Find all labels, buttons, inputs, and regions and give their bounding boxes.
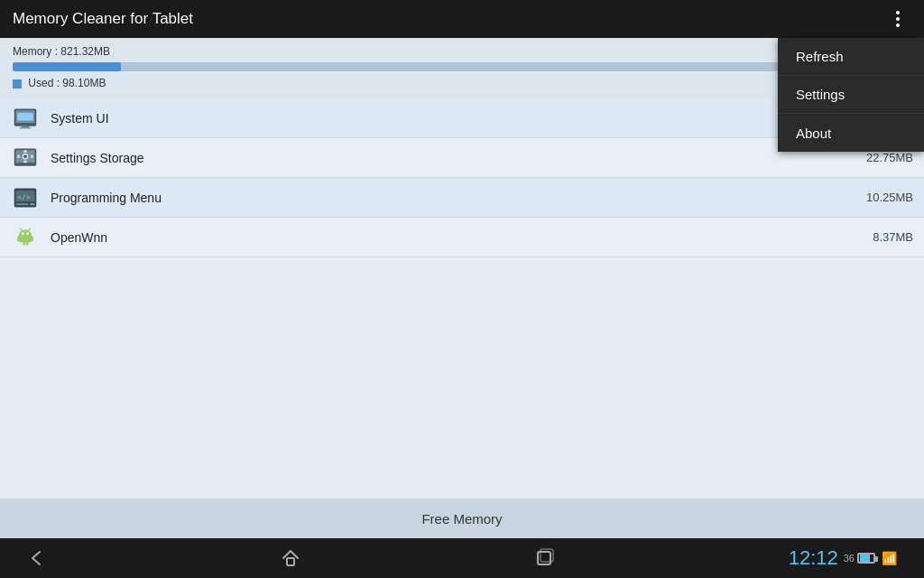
svg-rect-24 [23,241,25,245]
svg-rect-23 [31,236,33,241]
memory-used-label: Used : 98.10MB [28,77,106,89]
app-size-programming-menu: 10.25MB [866,191,913,204]
svg-rect-16 [16,203,29,205]
svg-rect-12 [31,154,33,158]
svg-rect-29 [538,552,550,564]
dot3 [896,23,900,27]
svg-rect-22 [17,236,20,241]
app-title: Memory Cleaner for Tablet [13,10,193,28]
svg-rect-19 [19,236,32,242]
home-button[interactable] [281,548,300,568]
wifi-icon: 📶 [882,551,897,565]
svg-point-20 [22,232,24,235]
top-bar: Memory Cleaner for Tablet [0,0,924,38]
free-memory-button[interactable]: Free Memory [0,499,924,538]
svg-line-27 [29,228,31,230]
clock-area: 12:12 36 📶 [789,546,897,570]
app-size-openwnn: 8.37MB [873,230,913,244]
overflow-menu-button[interactable] [884,5,911,33]
dot1 [896,11,900,14]
app-icon-system-ui [11,104,40,133]
dropdown-menu: Refresh Settings About [778,38,924,152]
svg-rect-25 [26,241,29,245]
svg-text:</>: </> [17,192,30,200]
svg-line-26 [21,228,23,230]
clock-display: 12:12 [789,546,838,570]
free-memory-label: Free Memory [421,511,502,527]
memory-total-label: Memory : 821.32MB [13,45,911,58]
svg-rect-17 [30,203,34,205]
svg-point-21 [26,232,29,235]
back-button[interactable] [27,548,47,568]
battery-fill [860,555,870,562]
app-size-settings-storage: 22.75MB [866,151,913,164]
svg-rect-11 [17,154,20,158]
menu-item-about[interactable]: About [778,114,924,152]
dot2 [896,17,900,21]
app-name-openwnn: OpenWnn [51,230,873,245]
memory-used-stat: Used : 98.10MB [13,77,106,89]
battery-icon [857,553,875,564]
app-icon-programming-menu: </> [11,183,40,212]
memory-stats-row: Used : 98.10MB Free : 723.23MB (88%) [13,77,911,89]
used-dot-icon [13,79,22,89]
app-name-programming-menu: Programming Menu [51,191,866,205]
memory-progress-bar [13,62,911,71]
navigation-bar: 12:12 36 📶 [0,538,924,578]
battery-indicator: 36 📶 [844,551,897,565]
svg-rect-2 [22,126,30,127]
svg-rect-10 [23,160,27,163]
recents-button[interactable] [534,548,554,568]
svg-rect-4 [17,112,33,120]
list-item[interactable]: OpenWnn 8.37MB [0,218,924,257]
memory-used-fill [13,62,121,71]
app-name-settings-storage: Settings Storage [51,151,866,165]
svg-rect-9 [23,150,27,153]
list-item[interactable]: </> Programming Menu 10.25MB [0,178,924,218]
svg-point-8 [23,154,27,158]
menu-item-refresh[interactable]: Refresh [778,38,924,76]
app-icon-openwnn [11,223,40,252]
svg-rect-3 [19,127,32,128]
app-icon-settings-storage [11,144,40,172]
battery-percent-label: 36 [844,553,855,564]
svg-rect-28 [287,558,294,565]
menu-item-settings[interactable]: Settings [778,76,924,114]
